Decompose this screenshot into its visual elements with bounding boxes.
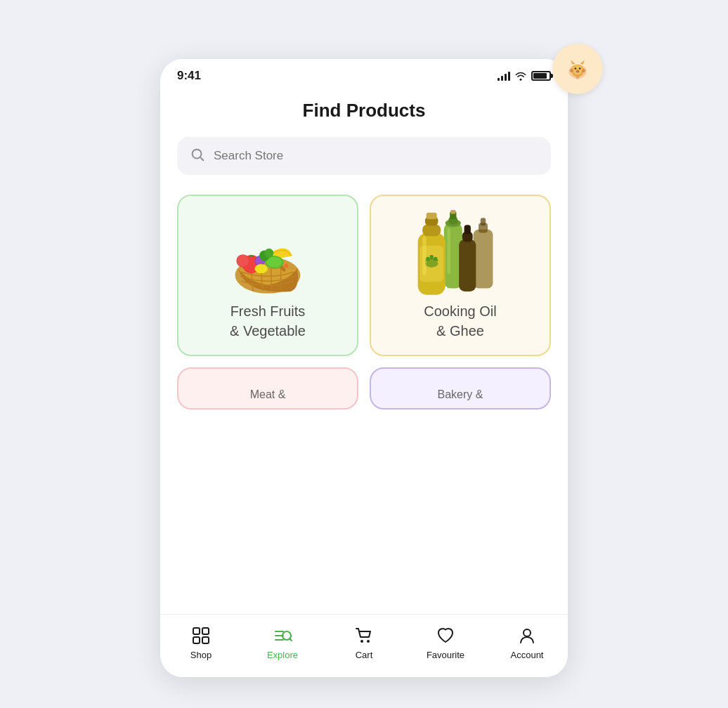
category-card-fresh[interactable]: Fresh Fruits& Vegetable xyxy=(177,195,358,356)
svg-point-20 xyxy=(264,249,273,258)
svg-point-40 xyxy=(434,257,438,261)
screen-content: Find Products xyxy=(160,88,568,409)
svg-rect-44 xyxy=(422,236,427,275)
category-card-meat[interactable]: Meat & xyxy=(177,367,358,409)
categories-grid: Fresh Fruits& Vegetable xyxy=(177,195,551,356)
phone-wrapper: 9:41 xyxy=(132,31,596,677)
cart-icon xyxy=(354,626,374,645)
svg-rect-35 xyxy=(427,213,437,219)
bottom-nav: Shop Explore xyxy=(160,614,568,677)
svg-rect-24 xyxy=(474,230,493,289)
favourite-icon xyxy=(436,626,455,645)
nav-item-favourite[interactable]: Favourite xyxy=(424,626,467,660)
svg-point-4 xyxy=(579,67,581,70)
svg-rect-31 xyxy=(450,210,455,214)
account-icon xyxy=(517,626,537,645)
svg-rect-33 xyxy=(422,224,441,236)
search-input[interactable] xyxy=(214,149,538,163)
svg-point-56 xyxy=(524,629,531,636)
category-card-oil[interactable]: Cooking Oil& Ghee xyxy=(370,195,551,356)
svg-point-3 xyxy=(575,67,577,70)
svg-rect-41 xyxy=(459,240,476,291)
nav-item-cart[interactable]: Cart xyxy=(343,626,385,660)
svg-point-22 xyxy=(237,255,249,267)
svg-point-9 xyxy=(582,69,585,72)
category-card-bakery[interactable]: Bakery & xyxy=(370,367,551,409)
page-title: Find Products xyxy=(177,100,551,122)
category-label-meat: Meat & xyxy=(250,388,286,401)
svg-point-23 xyxy=(254,264,268,273)
svg-rect-48 xyxy=(193,637,200,643)
svg-marker-6 xyxy=(571,60,575,65)
category-label-bakery: Bakery & xyxy=(438,388,483,401)
svg-marker-7 xyxy=(580,60,585,65)
svg-rect-47 xyxy=(202,628,209,634)
search-bar[interactable] xyxy=(177,137,551,175)
status-icons xyxy=(498,71,551,81)
svg-point-10 xyxy=(576,76,580,79)
oil-image xyxy=(408,210,513,301)
svg-point-5 xyxy=(576,70,579,72)
fruits-image xyxy=(215,210,320,301)
search-icon xyxy=(190,147,205,165)
category-label-fresh: Fresh Fruits& Vegetable xyxy=(230,301,306,341)
svg-rect-45 xyxy=(447,228,450,274)
nav-label-cart: Cart xyxy=(356,650,373,660)
explore-icon xyxy=(273,626,292,645)
svg-point-39 xyxy=(429,255,434,259)
nav-label-account: Account xyxy=(511,650,544,660)
svg-rect-26 xyxy=(481,218,486,225)
status-time: 9:41 xyxy=(177,69,201,83)
svg-rect-49 xyxy=(202,637,209,643)
nav-item-account[interactable]: Account xyxy=(506,626,548,660)
nav-item-explore[interactable]: Explore xyxy=(261,626,304,660)
svg-point-8 xyxy=(570,69,573,72)
nav-label-explore: Explore xyxy=(267,650,298,660)
battery-icon xyxy=(531,71,551,81)
svg-point-55 xyxy=(367,640,370,643)
signal-icon xyxy=(498,71,510,81)
phone-screen: 9:41 xyxy=(160,59,568,677)
category-label-oil: Cooking Oil& Ghee xyxy=(424,301,496,341)
status-bar: 9:41 xyxy=(160,59,568,88)
svg-rect-46 xyxy=(193,628,200,634)
nav-label-favourite: Favourite xyxy=(427,650,464,660)
nav-item-shop[interactable]: Shop xyxy=(180,626,222,660)
partial-cards: Meat & Bakery & xyxy=(177,367,551,409)
svg-point-54 xyxy=(360,640,363,643)
wifi-icon xyxy=(514,71,527,81)
svg-rect-43 xyxy=(464,225,471,234)
nav-label-shop: Shop xyxy=(190,650,212,660)
lion-icon xyxy=(564,55,592,83)
shop-icon xyxy=(191,626,211,645)
lion-avatar[interactable] xyxy=(552,44,603,94)
